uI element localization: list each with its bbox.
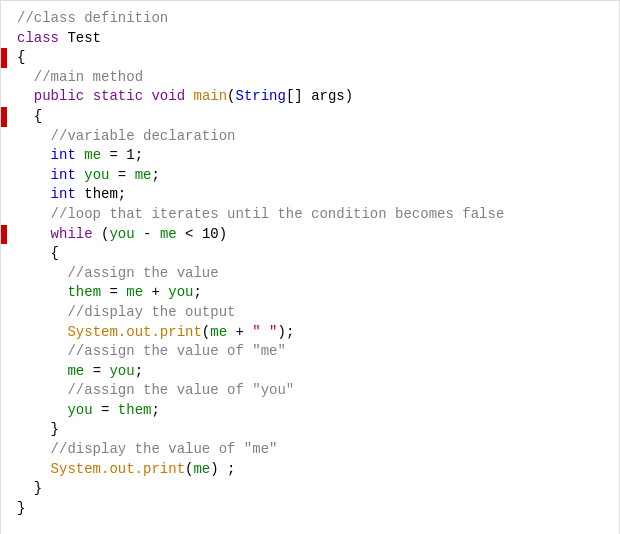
code-text: } [17,499,25,519]
code-text: //assign the value of "me" [17,342,286,362]
code-line: //assign the value [1,264,619,284]
code-text: int them; [17,185,126,205]
code-text: //assign the value [17,264,219,284]
code-line: //loop that iterates until the condition… [1,205,619,225]
code-text: { [17,244,59,264]
code-text: you = them; [17,401,160,421]
code-line: } [1,499,619,519]
code-line: int them; [1,185,619,205]
line-marker [1,48,7,68]
code-text: //loop that iterates until the condition… [17,205,504,225]
code-line: System.out.print(me) ; [1,460,619,480]
code-line: //assign the value of "me" [1,342,619,362]
code-line: //display the value of "me" [1,440,619,460]
code-line: System.out.print(me + " "); [1,323,619,343]
code-line: while (you - me < 10) [1,225,619,245]
code-text: //assign the value of "you" [17,381,294,401]
code-text: me = you; [17,362,143,382]
code-text: { [17,107,42,127]
code-text: //display the value of "me" [17,440,277,460]
code-text: public static void main(String[] args) [17,87,353,107]
code-text: //class definition [17,9,168,29]
code-text: while (you - me < 10) [17,225,227,245]
code-text: //main method [17,68,143,88]
code-text: them = me + you; [17,283,202,303]
code-line: me = you; [1,362,619,382]
line-marker [1,225,7,245]
code-line: } [1,479,619,499]
line-marker [1,107,7,127]
code-line: //main method [1,68,619,88]
code-line: } [1,420,619,440]
code-line: //class definition [1,9,619,29]
code-text: System.out.print(me + " "); [17,323,294,343]
code-text: class Test [17,29,101,49]
code-text: int me = 1; [17,146,143,166]
code-line [1,518,619,534]
code-line: //variable declaration [1,127,619,147]
code-line: int you = me; [1,166,619,186]
code-text: //variable declaration [17,127,235,147]
code-text: { [17,48,25,68]
code-text: //display the output [17,303,235,323]
code-line: class Test [1,29,619,49]
code-text: int you = me; [17,166,160,186]
code-line: //display the output [1,303,619,323]
code-text: } [17,479,42,499]
code-line: you = them; [1,401,619,421]
code-text: System.out.print(me) ; [17,460,235,480]
code-line: public static void main(String[] args) [1,87,619,107]
code-line: //assign the value of "you" [1,381,619,401]
code-line: { [1,107,619,127]
code-line: { [1,244,619,264]
code-text: } [17,420,59,440]
code-line: them = me + you; [1,283,619,303]
code-line: int me = 1; [1,146,619,166]
code-line: { [1,48,619,68]
code-editor: //class definitionclass Test{ //main met… [0,0,620,534]
